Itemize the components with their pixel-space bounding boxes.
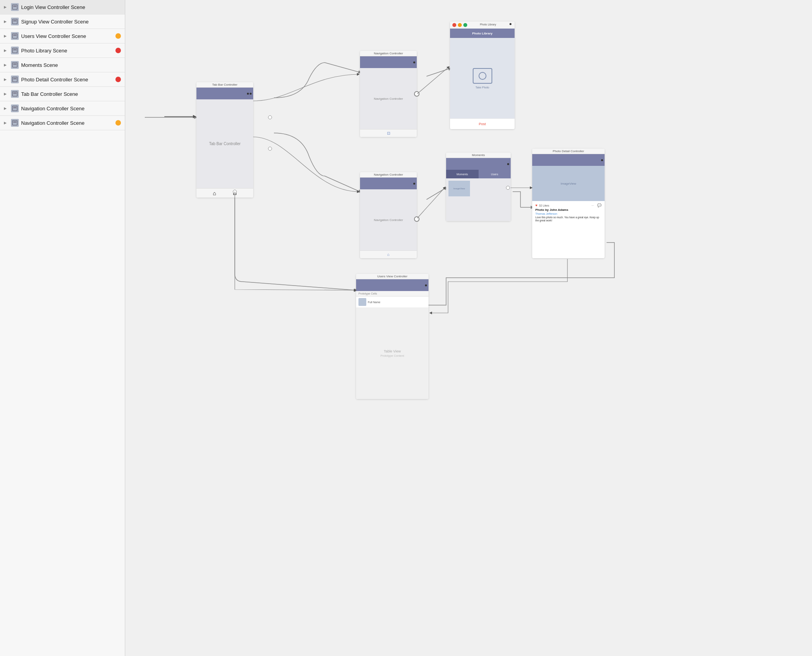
nav1-bottom: ⊡	[360, 129, 417, 137]
nav-dot-2	[250, 93, 252, 95]
chevron-right-icon-9: ▶	[4, 121, 9, 125]
photo-title: Photo by John Adams	[535, 208, 601, 212]
sidebar-label-moments: Moments Scene	[21, 62, 121, 68]
sidebar-item-signup[interactable]: ▶ Signup View Controller Scene	[0, 14, 125, 29]
nav1-nav-bar	[360, 56, 417, 68]
nav-controller-1-card: Navigation Controller Navigation Control…	[360, 51, 417, 137]
nav1-dot	[413, 61, 415, 63]
moments-body: ImageView	[446, 178, 511, 221]
moments-dot	[507, 163, 509, 165]
tl-yellow	[458, 23, 462, 27]
user-avatar	[358, 298, 366, 306]
users-view-controller-card: Users View Controller Prototype Cells Fu…	[356, 274, 429, 399]
sidebar-item-photo-library[interactable]: ▶ Photo Library Scene	[0, 43, 125, 58]
sidebar-item-nav1[interactable]: ▶ Navigation Controller Scene	[0, 101, 125, 116]
sidebar-label-tab-bar: Tab Bar Controller Scene	[21, 91, 121, 97]
photo-lib-body: Take Photo	[450, 38, 515, 119]
chevron-right-icon-5: ▶	[4, 63, 9, 67]
nav2-connector	[414, 216, 420, 222]
photo-detail-card: Photo Detail Controller ImageView ♥ 32 L…	[532, 149, 605, 258]
badge-red-photo-library	[115, 48, 121, 53]
svg-rect-15	[13, 107, 16, 108]
svg-rect-11	[13, 78, 16, 79]
nav-controller-2-title: Navigation Controller	[360, 172, 417, 178]
scene-icon-login	[11, 3, 19, 11]
users-scene-title: Users View Controller	[356, 274, 429, 279]
svg-rect-9	[13, 63, 16, 65]
photo-detail-info-area: ♥ 32 Likes ··· 💬 Photo by John Adams Tho…	[532, 201, 605, 258]
camera-lens	[479, 72, 486, 80]
svg-rect-1	[13, 5, 16, 7]
photo-detail-nav-bar	[532, 154, 605, 166]
sidebar: ▶ Login View Controller Scene ▶ Signup V…	[0, 0, 125, 656]
heart-icon: ♥	[535, 203, 537, 207]
sidebar-label-photo-library: Photo Library Scene	[21, 48, 113, 54]
table-view-label: Table View	[384, 349, 401, 353]
moments-tab-users[interactable]: Users	[479, 170, 511, 178]
nav2-bottom: ⌂	[360, 250, 417, 258]
camera-icon-outline	[473, 68, 492, 84]
scene-icon-moments	[11, 61, 19, 69]
tl-red	[452, 23, 456, 27]
sidebar-label-login: Login View Controller Scene	[21, 4, 121, 10]
moments-nav-bar	[446, 158, 511, 170]
storyboard-canvas[interactable]: Tab Bar Controller Tab Bar Controller ⌂ …	[125, 0, 812, 656]
tab-bar-label: Tab Bar Controller	[209, 142, 241, 146]
scene-icon-users	[11, 32, 19, 40]
sidebar-item-photo-detail[interactable]: ▶ Photo Detail Controller Scene	[0, 72, 125, 87]
badge-yellow-users	[115, 33, 121, 39]
sidebar-label-nav1: Navigation Controller Scene	[21, 106, 121, 111]
nav2-nav-bar	[360, 178, 417, 189]
moments-to-detail-connector	[506, 186, 510, 190]
chevron-right-icon-6: ▶	[4, 77, 9, 81]
sidebar-item-login[interactable]: ▶ Login View Controller Scene	[0, 0, 125, 14]
moments-scene-title: Moments	[446, 153, 511, 158]
sidebar-item-tab-bar[interactable]: ▶ Tab Bar Controller Scene	[0, 87, 125, 101]
post-button[interactable]: Post	[450, 119, 515, 129]
nav2-label: Navigation Controller	[374, 218, 403, 222]
chevron-right-icon-4: ▶	[4, 49, 9, 52]
sidebar-label-photo-detail: Photo Detail Controller Scene	[21, 77, 113, 83]
moments-tab-moments[interactable]: Moments	[446, 170, 479, 178]
photo-author: Thomas Jefferson	[535, 212, 601, 215]
tab-bar-controller-title: Tab Bar Controller	[196, 82, 253, 88]
pd-dot	[601, 159, 603, 161]
nav-controller-2-card: Navigation Controller Navigation Control…	[360, 172, 417, 258]
sidebar-item-nav2[interactable]: ▶ Navigation Controller Scene	[0, 116, 125, 130]
user-full-name: Full Name	[368, 301, 380, 304]
scene-icon-signup	[11, 18, 19, 25]
traffic-lights: Photo Library	[450, 22, 515, 29]
chevron-right-icon-8: ▶	[4, 106, 9, 110]
sidebar-item-moments[interactable]: ▶ Moments Scene	[0, 58, 125, 72]
svg-rect-5	[13, 34, 16, 36]
sidebar-label-signup: Signup View Controller Scene	[21, 19, 121, 25]
photo-lib-title-bar: Photo Library	[450, 29, 515, 38]
tabbar-bottom-connector	[268, 147, 272, 151]
tl-green	[463, 23, 467, 27]
tabbar-users-connector	[233, 190, 237, 194]
photo-library-header-text: Photo Library	[469, 23, 507, 27]
likes-count: 32 Likes	[539, 204, 549, 207]
badge-red-photo-detail	[115, 77, 121, 82]
moments-card: Moments Moments Users ImageView	[446, 153, 511, 221]
scene-icon-photo-library	[11, 47, 19, 54]
nav-controller-1-title: Navigation Controller	[360, 51, 417, 56]
badge-yellow-nav2	[115, 120, 121, 126]
tab-bar-controller-card: Tab Bar Controller Tab Bar Controller ⌂ …	[196, 82, 253, 198]
nav-dot-1	[247, 93, 249, 95]
moments-tabs: Moments Users	[446, 170, 511, 178]
nav2-home-icon: ⌂	[387, 252, 389, 257]
sidebar-item-users[interactable]: ▶ Users View Controller Scene	[0, 29, 125, 43]
chevron-right-icon-2: ▶	[4, 20, 9, 23]
svg-rect-13	[13, 92, 16, 94]
users-nav-bar	[356, 279, 429, 291]
likes-row: ♥ 32 Likes ··· 💬	[535, 203, 601, 207]
table-view-area: Table View Prototype Content	[356, 308, 429, 399]
sidebar-label-users: Users View Controller Scene	[21, 33, 113, 39]
chevron-right-icon-3: ▶	[4, 34, 9, 38]
nav2-dot	[413, 183, 415, 185]
svg-line-19	[427, 68, 450, 76]
tabbar-top-connector	[268, 115, 272, 119]
photo-comment: Love this photo so much. You have a grea…	[535, 216, 601, 223]
users-dot	[425, 284, 427, 286]
